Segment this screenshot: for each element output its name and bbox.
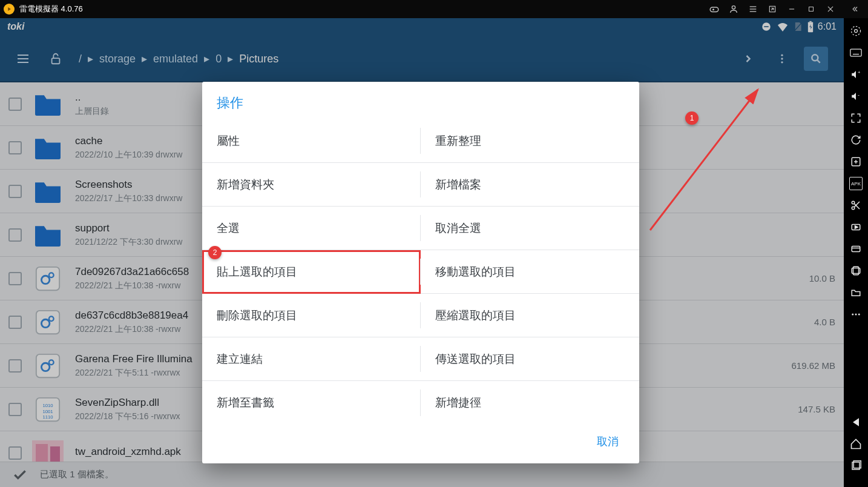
add-box-icon[interactable] — [849, 155, 863, 168]
video-record-icon[interactable] — [849, 220, 863, 234]
svg-point-33 — [858, 314, 860, 316]
svg-point-13 — [852, 27, 861, 36]
scissors-icon[interactable] — [849, 199, 863, 212]
svg-point-21 — [852, 201, 855, 204]
svg-rect-14 — [850, 49, 861, 56]
fullscreen-icon[interactable] — [849, 111, 863, 125]
more-icon[interactable] — [849, 308, 863, 321]
svg-point-31 — [852, 314, 853, 316]
action-deselect-all[interactable]: 取消全選 — [421, 207, 639, 250]
svg-point-3 — [732, 6, 735, 9]
dialog-title: 操作 — [202, 93, 639, 119]
svg-rect-9 — [809, 7, 814, 12]
svg-text:+: + — [858, 70, 861, 75]
android-home-icon[interactable] — [849, 437, 863, 451]
dialog-grid: 屬性 重新整理 新增資料夾 新增檔案 全選 取消全選 貼上選取的項目 移動選取的… — [202, 119, 639, 425]
minimize-button[interactable] — [782, 0, 801, 18]
folder-share-icon[interactable] — [849, 286, 863, 299]
ldplayer-logo-icon — [4, 4, 15, 15]
svg-point-32 — [855, 314, 857, 316]
dialog-cancel-button[interactable]: 取消 — [590, 429, 626, 454]
emulator-titlebar: 雷電模擬器 4.0.76 — [0, 0, 868, 18]
operations-dialog: 操作 屬性 重新整理 新增資料夾 新增檔案 全選 取消全選 貼上選取的項目 移動… — [202, 82, 639, 463]
action-select-all[interactable]: 全選 — [202, 207, 421, 250]
multi-window-icon[interactable] — [849, 242, 863, 256]
menu-lines-icon[interactable] — [743, 0, 763, 18]
maximize-button[interactable] — [801, 0, 821, 18]
action-delete-selected[interactable]: 刪除選取的項目 — [202, 294, 421, 337]
action-properties[interactable]: 屬性 — [202, 119, 421, 163]
volume-down-icon[interactable]: - — [849, 90, 863, 103]
collapse-sidebar-button[interactable] — [845, 0, 864, 18]
sync-icon[interactable] — [849, 133, 863, 147]
action-create-link[interactable]: 建立連結 — [202, 337, 421, 381]
account-icon[interactable] — [724, 0, 743, 18]
settings-gear-icon[interactable] — [849, 24, 863, 38]
action-new-file[interactable]: 新增檔案 — [421, 163, 639, 207]
rotate-icon[interactable] — [849, 264, 863, 277]
action-send-selected[interactable]: 傳送選取的項目 — [421, 337, 639, 381]
action-refresh[interactable]: 重新整理 — [421, 119, 639, 163]
close-button[interactable] — [821, 0, 840, 18]
action-add-shortcut[interactable]: 新增捷徑 — [421, 381, 639, 425]
gamepad-icon[interactable] — [705, 0, 724, 18]
action-paste-selected[interactable]: 貼上選取的項目 — [202, 250, 421, 294]
window-title: 雷電模擬器 4.0.76 — [19, 4, 83, 15]
action-compress-selected[interactable]: 壓縮選取的項目 — [421, 294, 639, 337]
svg-marker-26 — [855, 226, 858, 229]
action-add-bookmark[interactable]: 新增至書籤 — [202, 381, 421, 425]
action-move-selected[interactable]: 移動選取的項目 — [421, 250, 639, 294]
keyboard-icon[interactable] — [849, 46, 863, 59]
svg-rect-27 — [852, 247, 860, 252]
volume-up-icon[interactable]: + — [849, 68, 863, 81]
emulator-right-sidebar: + - APK — [844, 18, 868, 487]
svg-text:-: - — [858, 92, 860, 98]
action-new-folder[interactable]: 新增資料夾 — [202, 163, 421, 207]
svg-point-22 — [852, 207, 855, 210]
popout-icon[interactable] — [763, 0, 782, 18]
android-back-icon[interactable] — [849, 416, 863, 429]
android-recents-icon[interactable] — [849, 459, 863, 472]
apk-icon[interactable]: APK — [849, 177, 863, 190]
svg-point-12 — [855, 30, 858, 33]
